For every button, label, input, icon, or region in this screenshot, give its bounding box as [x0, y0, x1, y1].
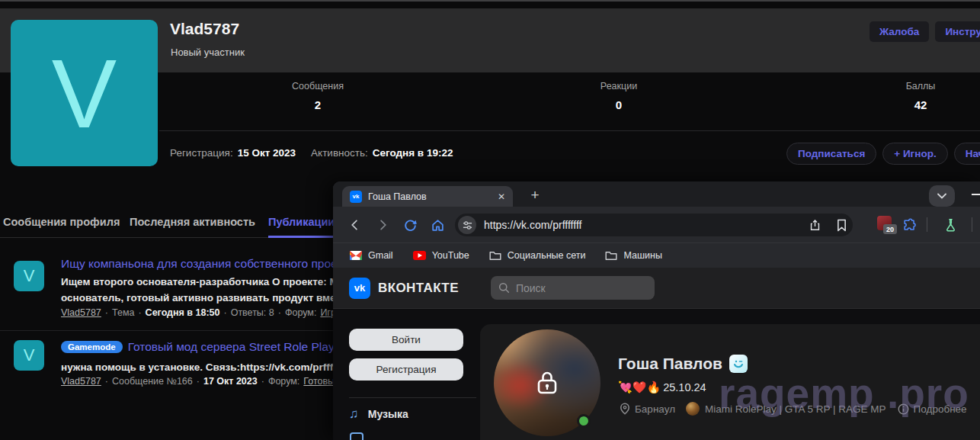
chevron-down-icon: [937, 193, 946, 199]
bookmark-gmail[interactable]: Gmail: [350, 250, 393, 261]
meta-sep: ·: [197, 376, 200, 387]
vk-favicon: vk: [350, 191, 362, 203]
home-button[interactable]: [428, 216, 447, 234]
post-title-link[interactable]: Готовый мод сервера Street Role Play для: [128, 340, 358, 354]
vk-profile-name-row: Гоша Павлов: [618, 355, 748, 373]
tab-latest-activity[interactable]: Последняя активность: [130, 206, 255, 238]
tools-button[interactable]: Инструменты: [935, 21, 980, 42]
registration-label: Регистрация:: [170, 147, 233, 159]
home-icon: [431, 218, 445, 233]
tab-publications[interactable]: Публикации: [268, 206, 335, 238]
forum-avatar[interactable]: V: [11, 20, 158, 166]
new-tab-button[interactable]: +: [525, 185, 545, 205]
activity-label: Активность:: [311, 147, 368, 159]
follow-button[interactable]: Подписаться: [786, 143, 876, 165]
meta-sep: ·: [261, 376, 264, 387]
forum-label: Форум:: [285, 307, 316, 318]
tab-title: Гоша Павлов: [368, 191, 493, 202]
status-date: 25.10.24: [663, 381, 706, 393]
vk-sidebar-item-music[interactable]: ♫ Музыка: [349, 406, 408, 422]
info-circle-icon: [898, 403, 909, 415]
post-title-link[interactable]: Ищу компаньона для создания собственного…: [61, 257, 342, 271]
toolbar-separator: [927, 217, 927, 232]
back-arrow-icon: [348, 218, 362, 232]
profile-action-buttons: Подписаться + Игнор. Начать переписку: [786, 143, 980, 165]
snippet-line-2: основатель, готовый активно развивать пр…: [61, 292, 370, 304]
smile-sticker-icon: [729, 355, 748, 373]
tab-search-chevron-button[interactable]: [929, 185, 955, 207]
post-avatar[interactable]: V: [14, 340, 44, 371]
video-icon[interactable]: [350, 432, 363, 440]
vk-login-button[interactable]: Войти: [349, 329, 463, 351]
vk-community[interactable]: Miami RolePlay | GTA 5 RP | RAGE MP: [705, 403, 886, 415]
extensions-puzzle-icon[interactable]: [900, 216, 918, 234]
toolbar-separator: [972, 217, 972, 232]
vk-search-input[interactable]: [516, 282, 638, 294]
search-icon: [498, 282, 510, 294]
vk-city[interactable]: Барнаул: [635, 403, 675, 415]
extension-badge: 20: [883, 224, 897, 234]
bookmark-label: Машины: [623, 250, 661, 261]
bookmark-folder-social[interactable]: Социальные сети: [489, 250, 586, 261]
meta-sep: ·: [278, 307, 281, 318]
vk-more-link[interactable]: Подробнее: [914, 403, 967, 415]
flask-icon: [944, 218, 957, 232]
vk-search-box[interactable]: [491, 276, 655, 300]
tab-close-icon[interactable]: ✕: [498, 191, 505, 202]
post-avatar[interactable]: V: [14, 261, 44, 291]
stat-points-value[interactable]: 42: [867, 98, 974, 111]
tab-profile-posts[interactable]: Сообщения профиля: [3, 206, 120, 238]
vk-status-line: 💘❤️🔥 25.10.24: [618, 381, 706, 394]
report-button[interactable]: Жалоба: [870, 21, 929, 42]
post-snippet: Ищем второго основателя-разработчика О п…: [61, 274, 370, 306]
vk-register-button[interactable]: Регистрация: [349, 358, 463, 381]
bookmark-folder-cars[interactable]: Машины: [605, 250, 661, 261]
stat-messages-value[interactable]: 2: [264, 98, 371, 111]
site-info-button[interactable]: [458, 216, 476, 234]
stat-points: Баллы 42: [867, 81, 974, 111]
reload-icon: [403, 218, 418, 233]
vk-logo[interactable]: vk: [349, 278, 370, 299]
browser-window: vk Гоша Павлов ✕ +: [333, 181, 980, 440]
vk-brand-title[interactable]: ВКОНТАКТЕ: [378, 281, 459, 296]
forum-label: Форум:: [268, 376, 299, 387]
screen: V Vlad5787 Новый участник Жалоба Инструм…: [0, 0, 980, 440]
post-snippet: нужна помощь в установке. Связь:https://…: [61, 359, 347, 375]
registration-row: Регистрация: 15 Окт 2023 Активность: Сег…: [170, 147, 453, 159]
share-button[interactable]: [805, 216, 824, 234]
gamemode-badge: Gamemode: [61, 341, 123, 353]
stat-reactions-value[interactable]: 0: [565, 98, 672, 111]
gmail-icon: [350, 251, 362, 260]
meta-sep: ·: [105, 376, 108, 387]
ignore-button[interactable]: + Игнор.: [882, 143, 947, 165]
activity-value: Сегодня в 19:22: [373, 147, 453, 159]
vk-sidebar-divider: [349, 397, 476, 398]
online-status-dot: [577, 414, 591, 428]
bookmark-youtube[interactable]: YouTube: [413, 250, 469, 261]
stat-reactions: Реакции 0: [565, 81, 672, 111]
forum-user-role: Новый участник: [171, 47, 245, 58]
bookmark-label: Gmail: [368, 250, 393, 261]
post-author-link[interactable]: Vlad5787: [61, 307, 101, 318]
stat-messages-label: Сообщения: [264, 81, 371, 92]
back-button[interactable]: [346, 216, 364, 234]
bookmark-label: Социальные сети: [508, 250, 586, 261]
post-kind: Сообщение №166: [112, 376, 193, 387]
reload-button[interactable]: [401, 216, 419, 234]
address-bar[interactable]: https://vk.com/prfffffff: [455, 214, 853, 236]
url-text[interactable]: https://vk.com/prfffffff: [484, 219, 581, 231]
window-minimize-button[interactable]: [972, 194, 980, 195]
bookmark-label: YouTube: [432, 250, 469, 261]
browser-active-tab[interactable]: vk Гоша Павлов ✕: [342, 186, 513, 207]
post-author-link[interactable]: Vlad5787: [61, 376, 101, 387]
stats-divider: [159, 130, 980, 131]
forward-button[interactable]: [373, 216, 392, 234]
bookmark-button[interactable]: [832, 216, 850, 234]
registration-value: 15 Окт 2023: [238, 147, 296, 159]
post-meta: Vlad5787 · Тема · Сегодня в 18:50 · Отве…: [61, 307, 346, 318]
meta-sep: ·: [138, 307, 141, 318]
folder-icon: [605, 251, 617, 261]
start-conversation-button[interactable]: Начать переписку: [954, 143, 980, 165]
lab-extension-button[interactable]: [941, 216, 959, 234]
post-date: 17 Окт 2023: [203, 376, 258, 387]
